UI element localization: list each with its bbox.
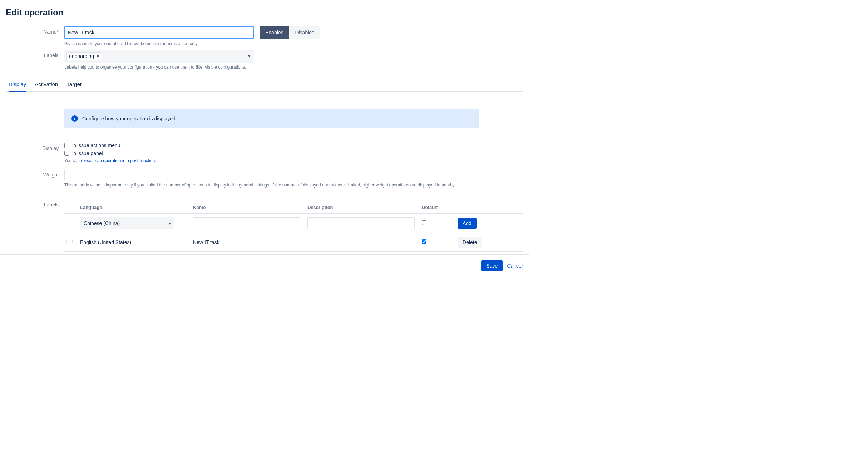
remove-tag-icon[interactable]: ✕ [96, 54, 100, 59]
weight-label: Weight [6, 169, 64, 178]
checkbox-issue-actions[interactable] [64, 143, 69, 148]
chevron-down-icon: ▾ [169, 221, 171, 226]
labels-table-label: Labels [6, 202, 64, 208]
checkbox-issue-panel-label: in issue panel [72, 150, 103, 156]
post-function-link[interactable]: execute an operation in a post-function [81, 158, 155, 163]
tab-activation[interactable]: Activation [35, 78, 58, 91]
cancel-link[interactable]: Cancel [507, 263, 523, 269]
weight-input[interactable] [64, 169, 93, 180]
table-add-row: Chinese (China) ▾ [64, 214, 523, 233]
info-banner: i Configure how your operation is displa… [64, 109, 479, 128]
row-default-checkbox[interactable] [422, 239, 426, 244]
name-input[interactable] [64, 26, 254, 39]
table-row: ⋮⋮ English (United States) New IT task D… [64, 233, 523, 252]
tabs: Display Activation Target [6, 78, 523, 92]
language-select[interactable]: Chinese (China) ▾ [80, 217, 174, 229]
weight-help: This numeric value is important only if … [64, 183, 523, 188]
labels-label: Labels [6, 50, 64, 58]
page-title: Edit operation [6, 8, 523, 18]
display-help: You can execute an operation in a post-f… [64, 158, 156, 163]
save-button[interactable]: Save [481, 260, 503, 271]
add-button[interactable]: Add [458, 218, 477, 229]
row-name: New IT task [193, 239, 307, 245]
table-header: Language Name Description Default [64, 202, 523, 214]
delete-button[interactable]: Delete [458, 237, 482, 248]
display-section-label: Display [6, 143, 64, 151]
disabled-toggle[interactable]: Disabled [289, 26, 320, 39]
enabled-toggle[interactable]: Enabled [260, 26, 289, 39]
info-banner-text: Configure how your operation is displaye… [82, 116, 176, 121]
labels-help: Labels help you to organise your configu… [64, 65, 254, 70]
footer: Save Cancel [0, 254, 529, 277]
tab-target[interactable]: Target [66, 78, 82, 91]
chevron-down-icon[interactable]: ▾ [248, 54, 250, 59]
tab-display[interactable]: Display [9, 78, 26, 92]
row-language: English (United States) [79, 239, 193, 245]
checkbox-issue-panel[interactable] [64, 151, 69, 156]
label-tag-onboarding: onboarding ✕ [66, 52, 102, 60]
info-icon: i [71, 115, 78, 122]
add-row-default-checkbox[interactable] [422, 220, 426, 225]
labels-multiselect[interactable]: onboarding ✕ ▾ [64, 50, 254, 63]
name-label: Name* [6, 26, 64, 35]
name-help: Give a name to your operation. This will… [64, 41, 320, 46]
add-row-name-input[interactable] [193, 217, 300, 229]
drag-handle-icon[interactable]: ⋮⋮ [64, 239, 75, 245]
checkbox-issue-actions-label: in issue actions menu [72, 143, 120, 148]
add-row-desc-input[interactable] [307, 217, 415, 229]
